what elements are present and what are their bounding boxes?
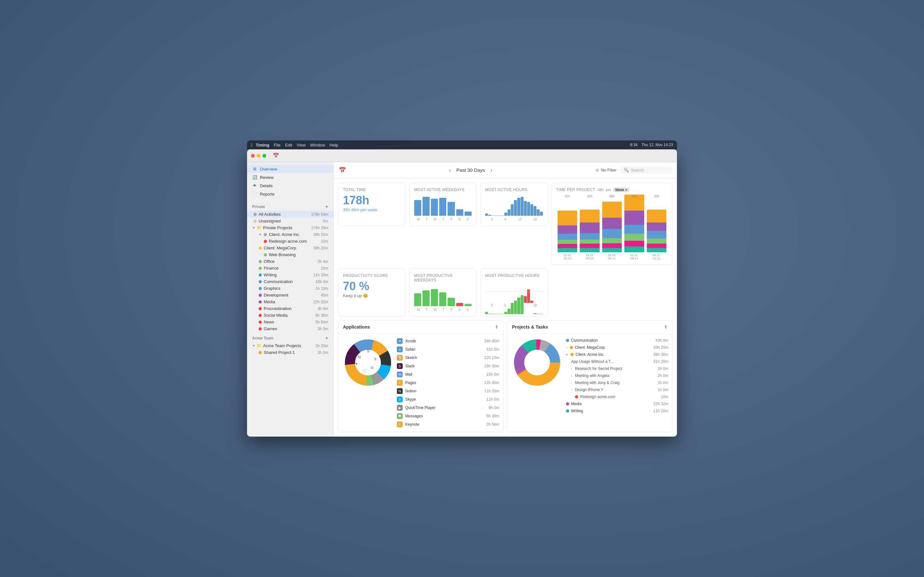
most-productive-hours-card: Most productive hours xyxy=(480,269,548,316)
period-label: Past 30 Days xyxy=(456,167,485,173)
svg-text:⧖: ⧖ xyxy=(374,357,376,361)
sidebar-finance[interactable]: Finance 15m xyxy=(247,265,333,271)
menu-file[interactable]: File xyxy=(274,143,281,147)
list-item: S Skype 11h 0m xyxy=(397,395,499,404)
menu-timing[interactable]: Timing xyxy=(256,143,269,147)
add-acme-team-button[interactable]: + xyxy=(325,335,328,341)
list-item: › Meeting with Jony & Craig 1h 0m xyxy=(566,379,668,386)
review-icon: 🔄 xyxy=(252,175,257,180)
calendar-icon: 📅 xyxy=(273,153,279,159)
list-item: N Notion 11h 20m xyxy=(397,387,499,395)
projects-list: Communication 43h 0m › Client: MegaCorp … xyxy=(566,337,668,414)
apps-donut-chart: N S ⧖ ◎ 📄 ✦ xyxy=(342,337,394,388)
menu-window[interactable]: Window xyxy=(310,143,325,147)
search-bar[interactable]: 🔍 Search xyxy=(620,166,672,174)
sidebar-item-overview[interactable]: ⊞ Overview xyxy=(247,165,333,173)
list-item: › Design iPhone Y 1h 0m xyxy=(566,386,668,393)
apple-logo[interactable]:  xyxy=(251,142,252,147)
list-item: › Client: MegaCorp 39h 20m xyxy=(566,344,668,351)
list-item: › Research for Secret Project 3h 0m xyxy=(566,365,668,372)
private-section-header: Private + xyxy=(247,201,333,211)
close-button[interactable] xyxy=(251,154,255,158)
svg-text:N: N xyxy=(358,355,360,359)
projects-donut-chart xyxy=(511,337,563,388)
add-private-button[interactable]: + xyxy=(325,204,328,210)
sidebar-client-megacorp[interactable]: Client: MegaCorp 39h 20m xyxy=(247,245,333,251)
details-icon: 👁 xyxy=(252,183,257,188)
time-per-project-card: Time per Project per Week × xyxy=(551,183,672,265)
sidebar-social-media[interactable]: Social Media 5h 36m xyxy=(247,312,333,319)
sidebar-media[interactable]: Media 22h 32m xyxy=(247,298,333,305)
sidebar-procrastination[interactable]: Procrastination 3h 0m xyxy=(247,305,333,312)
acme-team-section-header: Acme Team + xyxy=(247,332,333,342)
applications-section: Applications ⬆ xyxy=(338,320,503,432)
sidebar-writing[interactable]: Writing 11h 20m xyxy=(247,271,333,278)
list-item: Redesign acme.com 10m xyxy=(566,393,668,400)
reports-icon: 📄 xyxy=(252,191,257,197)
toolbar-calendar-icon[interactable]: 📅 xyxy=(339,167,346,174)
sidebar-shared-project[interactable]: Shared Project 1 2h 0m xyxy=(247,349,333,356)
menu-edit[interactable]: Edit xyxy=(285,143,292,147)
sidebar-item-review[interactable]: 🔄 Review xyxy=(247,173,333,181)
sidebar-item-details[interactable]: 👁 Details xyxy=(247,181,333,190)
system-time: 8:34 xyxy=(630,143,638,147)
share-icon[interactable]: ⬆ xyxy=(495,324,499,330)
overview-icon: ⊞ xyxy=(252,166,257,171)
filter-selector[interactable]: ⊘ No Filter xyxy=(596,168,617,172)
svg-text:S: S xyxy=(367,348,370,353)
total-time-card: Total time 178h 35h 46m per week xyxy=(338,183,405,226)
maximize-button[interactable] xyxy=(262,154,266,158)
productive-weekdays-chart xyxy=(414,285,472,308)
list-item: Media 22h 32m xyxy=(566,400,668,408)
sidebar-acme-team-projects[interactable]: ▼ 📁 Acme Team Projects 2h 20m xyxy=(247,342,333,349)
active-weekdays-chart xyxy=(414,195,472,217)
list-item: ▶ QuickTime Player 9h 0m xyxy=(397,404,499,412)
list-item: Communication 43h 0m xyxy=(566,337,668,344)
filter-icon: ⊘ xyxy=(596,168,599,172)
sidebar-client-acme[interactable]: ▼ Client: Acme Inc. 38h 20m xyxy=(247,231,333,238)
list-item: 💬 Messages 5h 30m xyxy=(397,412,499,420)
list-item: ▾ Client: Acme Inc. 38h 30m xyxy=(566,351,668,358)
list-item: K Keynote 2h 54m xyxy=(397,420,499,429)
menu-help[interactable]: Help xyxy=(330,143,338,147)
list-item: ◎ Safari 31h 5m xyxy=(397,345,499,354)
svg-point-26 xyxy=(524,350,550,376)
list-item: P Pages 12h 40m xyxy=(397,379,499,387)
sidebar-redesign-acme[interactable]: Redesign acme.com 10m xyxy=(247,238,333,245)
list-item: ✉ Mail 15h 0m xyxy=(397,370,499,379)
sidebar-unassigned[interactable]: Unassigned 5m xyxy=(247,218,333,224)
most-active-weekdays-card: Most active weekdays MTWTFSS xyxy=(409,183,477,226)
most-active-hours-card: Most active hours xyxy=(480,183,548,226)
sidebar-private-projects[interactable]: ▼ 📁 Private Projects 176h 29m xyxy=(247,224,333,231)
projects-tasks-section: Projects & Tasks ⬆ xyxy=(507,320,672,432)
sidebar-development[interactable]: Development 45m xyxy=(247,292,333,298)
list-item: ✕ Xcode 34h 45m xyxy=(397,337,499,345)
list-item: S Slack 16h 30m xyxy=(397,362,499,370)
sidebar-communication[interactable]: Communication 43h 0m xyxy=(247,278,333,285)
prev-period-button[interactable]: ‹ xyxy=(446,166,454,174)
tpp-project-filter[interactable] xyxy=(597,188,604,191)
list-item: 💎 Sketch 22h 13m xyxy=(397,354,499,362)
system-date: Thu 12. Nov 14:23 xyxy=(641,143,673,147)
sidebar-office[interactable]: Office 2h 4m xyxy=(247,258,333,265)
svg-point-11 xyxy=(355,350,381,376)
most-productive-weekdays-card: Most productive weekdays MTWTFSS xyxy=(409,269,477,316)
sidebar-graphics[interactable]: Graphics 1h 13m xyxy=(247,285,333,292)
minimize-button[interactable] xyxy=(257,154,260,158)
svg-text:◎: ◎ xyxy=(371,366,374,369)
next-period-button[interactable]: › xyxy=(488,166,495,174)
search-icon: 🔍 xyxy=(624,168,629,172)
menu-view[interactable]: View xyxy=(297,143,306,147)
sidebar-item-reports[interactable]: 📄 Reports xyxy=(247,190,333,198)
sidebar-web-browsing[interactable]: Web Browsing xyxy=(247,251,333,258)
share-projects-icon[interactable]: ⬆ xyxy=(664,324,668,330)
sidebar-all-activities[interactable]: All Activities 178h 54m xyxy=(247,211,333,218)
sidebar-news[interactable]: News 5h 54m xyxy=(247,319,333,326)
sidebar-games[interactable]: Games 3h 0m xyxy=(247,326,333,332)
productivity-score-card: Productivity score 70 % Keep it up 😊 xyxy=(338,269,405,316)
tpp-week-filter[interactable]: Week × xyxy=(613,187,629,192)
list-item: › Meeting with Angela 2h 0m xyxy=(566,372,668,379)
active-hours-chart xyxy=(485,195,543,217)
svg-text:📄: 📄 xyxy=(362,368,367,373)
main-toolbar: 📅 ‹ Past 30 Days › ⊘ No Filter 🔍 Search xyxy=(334,162,677,178)
